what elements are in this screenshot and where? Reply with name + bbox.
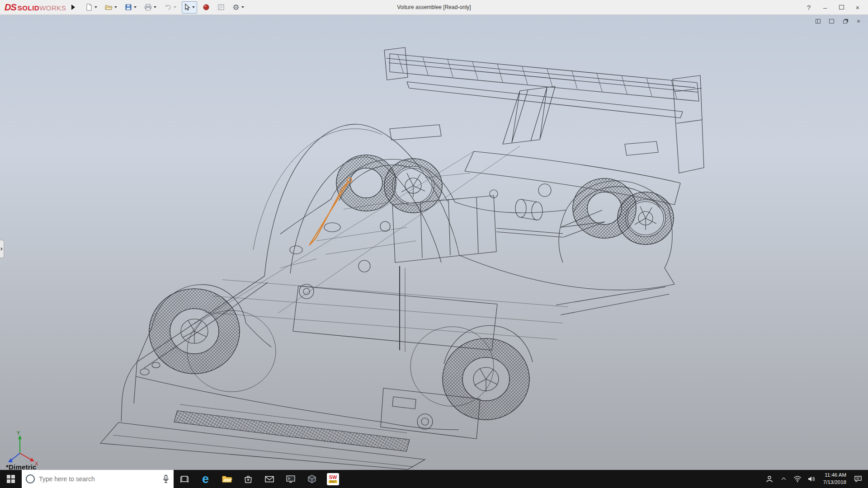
menu-flyout-arrow-icon[interactable]	[71, 5, 75, 10]
edge-icon: e	[202, 473, 209, 485]
mail-button[interactable]	[259, 470, 280, 488]
orientation-triad[interactable]: Y X	[8, 430, 38, 466]
tray-overflow-button[interactable]	[777, 470, 791, 488]
collapsed-panel-tab[interactable]	[0, 240, 4, 258]
pinned-app-cube-button[interactable]	[301, 470, 322, 488]
solidworks-badge-text: SW	[329, 475, 337, 480]
taskbar-clock[interactable]: 11:46 AM 7/13/2018	[819, 472, 851, 486]
clock-time: 11:46 AM	[825, 472, 846, 479]
graphics-viewport[interactable]: Y X × *Dimetric	[0, 15, 868, 470]
restore-icon	[843, 20, 847, 23]
pinned-app-monitor-button[interactable]	[280, 470, 301, 488]
open-folder-icon	[105, 4, 113, 11]
restore-document-button[interactable]	[841, 18, 849, 25]
people-icon	[765, 475, 774, 483]
search-input[interactable]	[39, 475, 158, 483]
triad-y-label: Y	[17, 430, 20, 436]
task-view-icon	[180, 474, 189, 483]
taskbar-search[interactable]	[22, 470, 174, 488]
task-view-button[interactable]	[174, 470, 195, 488]
cortana-icon[interactable]	[26, 474, 35, 483]
store-button[interactable]	[237, 470, 259, 488]
wheel-front-left	[149, 289, 276, 392]
split-pane-button[interactable]	[827, 18, 835, 25]
nose-and-splitter	[100, 276, 425, 469]
undo-dropdown-caret-icon[interactable]	[174, 6, 176, 8]
window-controls: ? – ×	[802, 1, 868, 13]
red-sphere-icon	[203, 4, 210, 11]
close-document-button[interactable]: ×	[854, 18, 863, 25]
wheel-front-right	[336, 155, 442, 213]
file-explorer-button[interactable]	[216, 470, 237, 488]
help-button[interactable]: ?	[802, 1, 816, 13]
close-button[interactable]: ×	[851, 1, 864, 13]
system-tray: 11:46 AM 7/13/2018	[763, 470, 868, 488]
monitor-app-icon	[286, 474, 296, 483]
microphone-icon[interactable]	[162, 474, 170, 483]
chassis-internals	[290, 184, 605, 350]
dock-pane-button[interactable]	[814, 18, 822, 25]
options-dropdown-caret-icon[interactable]	[241, 6, 244, 8]
quick-access-toolbar	[83, 1, 246, 14]
solidworks-year-text: 2017	[329, 480, 337, 483]
gear-icon	[232, 4, 240, 11]
undo-arrow-icon	[164, 4, 172, 11]
open-button[interactable]	[103, 1, 119, 14]
solidworks-app-icon: SW 2017	[327, 473, 339, 485]
windows-logo-icon	[7, 475, 15, 483]
solidworks-window: DS SOLID WORKS	[0, 0, 868, 488]
print-button[interactable]	[142, 1, 159, 14]
new-document-button[interactable]	[83, 1, 99, 14]
undo-button[interactable]	[162, 1, 179, 14]
clock-date: 7/13/2018	[823, 479, 846, 486]
maximize-icon	[839, 5, 844, 9]
new-dropdown-caret-icon[interactable]	[94, 6, 97, 8]
edge-browser-button[interactable]: e	[195, 470, 216, 488]
new-document-icon	[85, 4, 93, 11]
title-toolbar-bar: DS SOLID WORKS	[0, 0, 868, 15]
save-floppy-icon	[125, 4, 132, 11]
drawing-sheet-icon	[217, 4, 225, 11]
options-button[interactable]	[230, 1, 246, 14]
instant3d-button[interactable]	[200, 1, 212, 14]
document-window-controls: ×	[814, 18, 863, 25]
print-dropdown-caret-icon[interactable]	[154, 6, 156, 8]
people-button[interactable]	[763, 470, 777, 488]
select-tool-button[interactable]	[182, 1, 197, 14]
solidworks-app-button[interactable]: SW 2017	[322, 470, 344, 488]
store-bag-icon	[244, 474, 253, 483]
start-button[interactable]	[0, 470, 22, 488]
mail-envelope-icon	[264, 474, 274, 483]
wheel-rear-left	[410, 327, 529, 420]
minimize-button[interactable]: –	[818, 1, 832, 13]
volume-button[interactable]	[805, 470, 819, 488]
brand-solid-text: SOLID	[18, 4, 39, 12]
chevron-up-icon	[781, 478, 786, 482]
dock-pane-icon	[816, 19, 821, 23]
speaker-icon	[807, 475, 816, 483]
wheel-rear-right	[573, 178, 674, 244]
network-button[interactable]	[791, 470, 805, 488]
drawing-sheet-button[interactable]	[215, 1, 227, 14]
select-cursor-icon	[184, 4, 190, 11]
save-dropdown-caret-icon[interactable]	[134, 6, 137, 8]
action-center-icon	[854, 475, 862, 483]
windows-taskbar: e SW 2017	[0, 470, 868, 488]
solidworks-logo: DS SOLID WORKS	[0, 2, 68, 13]
maximize-button[interactable]	[835, 1, 848, 13]
select-dropdown-caret-icon[interactable]	[192, 6, 195, 8]
file-explorer-icon	[222, 474, 232, 483]
document-title: Voiture assemblee [Read-only]	[397, 4, 471, 10]
car-body-wireframe	[100, 47, 704, 469]
split-pane-icon	[829, 19, 834, 23]
right-floor-diffuser	[459, 255, 675, 315]
brand-works-text: WORKS	[39, 4, 66, 12]
print-icon	[144, 4, 152, 11]
action-center-button[interactable]	[851, 470, 865, 488]
save-button[interactable]	[123, 1, 139, 14]
cube-app-icon	[307, 474, 316, 483]
wireframe-car-model: Y X	[0, 15, 868, 470]
ds-logo-icon: DS	[5, 2, 16, 13]
view-orientation-label: *Dimetric	[6, 463, 37, 470]
open-dropdown-caret-icon[interactable]	[114, 6, 117, 8]
